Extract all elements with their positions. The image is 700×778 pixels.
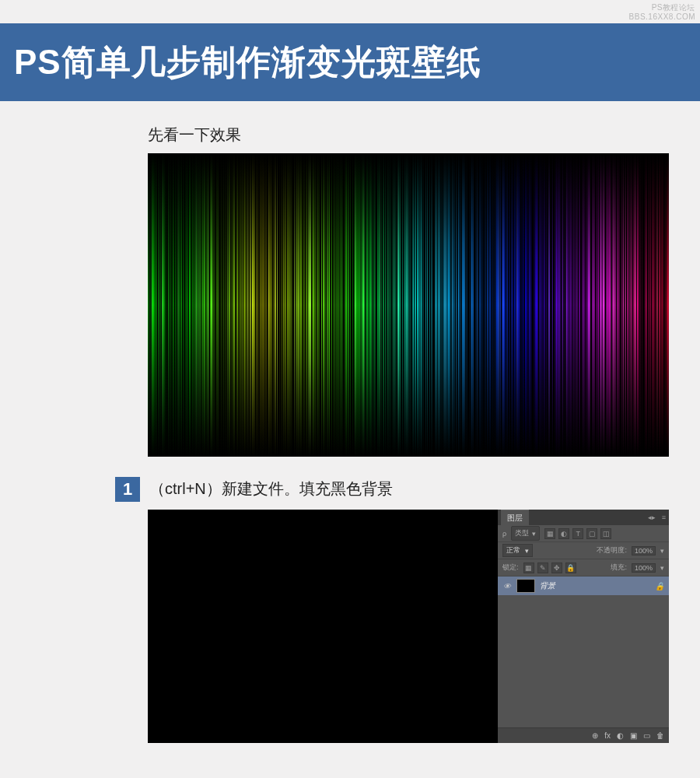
preview-image [148,153,669,457]
footer-icon-4[interactable]: ▭ [643,731,650,740]
footer-icon-0[interactable]: ⊕ [592,731,598,740]
preview-caption: 先看一下效果 [148,124,700,145]
filter-icon-3[interactable]: ▢ [586,528,597,539]
blend-row: 正常 ▾ 不透明度: 100% ▾ [498,542,669,559]
opacity-label: 不透明度: [597,545,627,555]
type-dropdown-icon[interactable]: ▾ [532,530,536,538]
lock-icon-1[interactable]: ✎ [537,562,548,573]
type-label: 类型 [515,528,529,538]
footer-icon-2[interactable]: ◐ [617,731,624,740]
watermark-line1: PS教程论坛 [629,3,695,12]
opacity-value[interactable]: 100% [632,546,656,555]
watermark-line2: BBS.16XX8.COM [629,12,695,22]
panel-menu-icon[interactable]: ≡ [662,513,666,521]
title-banner: PS简单几步制作渐变光斑壁纸 [0,23,700,101]
step-1: 1 （ctrl+N）新建文件。填充黑色背景 [148,477,700,502]
fill-value[interactable]: 100% [632,563,656,573]
footer-icon-3[interactable]: ▣ [630,731,637,740]
step-number-badge: 1 [115,477,140,502]
layers-tab[interactable]: 图层 [501,510,529,526]
watermark: PS教程论坛 BBS.16XX8.COM [629,3,695,22]
step-1-text: （ctrl+N）新建文件。填充黑色背景 [149,477,393,499]
lock-label: 锁定: [502,562,519,573]
lock-icon-3[interactable]: 🔒 [565,562,576,573]
filter-icon-2[interactable]: T [572,528,583,539]
filter-icon-0[interactable]: ▦ [544,528,555,539]
page-title: PS简单几步制作渐变光斑壁纸 [14,40,481,86]
panel-footer: ⊕fx◐▣▭🗑 [498,727,669,743]
step-1-image: 图层 ◂▸ ≡ ρ 类型 ▾ ▦◐T▢◫ 正常 ▾ 不透明度: [148,510,669,743]
footer-icon-1[interactable]: fx [604,731,611,740]
panel-collapse-icon[interactable]: ◂▸ [648,513,656,521]
layer-lock-icon: 🔒 [655,582,664,591]
layer-row-background[interactable]: 👁 背景 🔒 [498,576,669,595]
layers-panel: 图层 ◂▸ ≡ ρ 类型 ▾ ▦◐T▢◫ 正常 ▾ 不透明度: [498,510,669,743]
lock-icon-0[interactable]: ▦ [523,562,534,573]
blend-mode-select[interactable]: 正常 ▾ [502,544,533,557]
layer-name: 背景 [540,580,555,591]
black-canvas [148,510,498,743]
filter-icon-4[interactable]: ◫ [600,528,611,539]
footer-icon-5[interactable]: 🗑 [656,731,664,740]
visibility-icon[interactable]: 👁 [502,581,512,591]
lock-icon-2[interactable]: ✥ [551,562,562,573]
panel-tabbar: 图层 ◂▸ ≡ [498,510,669,525]
fill-label: 填充: [611,562,627,573]
filter-icon-1[interactable]: ◐ [558,528,569,539]
layer-thumbnail [516,579,535,593]
filter-row: ρ 类型 ▾ ▦◐T▢◫ [498,525,669,542]
lock-row: 锁定: ▦✎✥🔒 填充: 100% ▾ [498,559,669,576]
